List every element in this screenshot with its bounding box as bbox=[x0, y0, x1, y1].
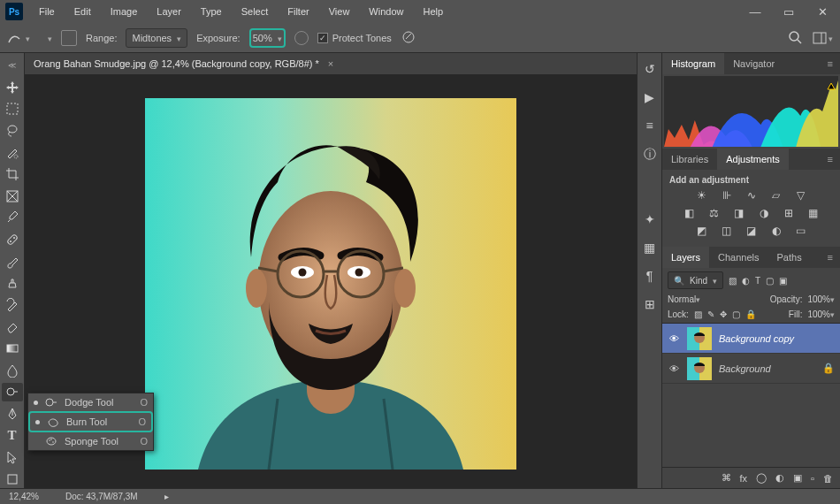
link-layers-icon[interactable]: ⌘ bbox=[722, 472, 731, 484]
window-maximize[interactable]: ▭ bbox=[776, 5, 801, 19]
new-fill-icon[interactable]: ◐ bbox=[775, 472, 784, 484]
lock-image-icon[interactable]: ✎ bbox=[707, 309, 714, 319]
adj-hue-icon[interactable]: ◧ bbox=[682, 206, 698, 220]
layer-filter-kind[interactable]: 🔍Kind bbox=[668, 271, 723, 289]
tab-channels[interactable]: Channels bbox=[709, 247, 767, 268]
menu-help[interactable]: Help bbox=[414, 3, 452, 20]
menu-file[interactable]: File bbox=[30, 3, 64, 20]
type-tool[interactable]: T bbox=[2, 426, 23, 445]
healing-tool[interactable] bbox=[2, 231, 23, 249]
doc-size[interactable]: Doc: 43,7M/87,3M bbox=[65, 492, 138, 501]
clone-source-icon[interactable]: ⊞ bbox=[645, 297, 655, 311]
move-tool[interactable] bbox=[2, 79, 23, 97]
crop-tool[interactable] bbox=[2, 165, 23, 184]
layer-mask-icon[interactable]: ◯ bbox=[756, 472, 767, 484]
exposure-dropdown[interactable]: 50% bbox=[249, 28, 286, 48]
flyout-burn-tool[interactable]: Burn ToolO bbox=[30, 413, 151, 431]
brushes-icon[interactable]: ✦ bbox=[645, 212, 655, 226]
lock-artboard-icon[interactable]: ▢ bbox=[732, 309, 740, 319]
adj-levels-icon[interactable]: ⊪ bbox=[719, 188, 735, 202]
layer-visibility-icon[interactable]: 👁 bbox=[668, 363, 680, 374]
layer-item-bg-copy[interactable]: 👁 Background copy bbox=[662, 324, 840, 354]
shape-tool[interactable] bbox=[2, 470, 23, 488]
layer-visibility-icon[interactable]: 👁 bbox=[668, 333, 680, 344]
tab-paths[interactable]: Paths bbox=[768, 247, 811, 268]
adj-exposure-icon[interactable]: ▱ bbox=[768, 188, 784, 202]
tab-navigator[interactable]: Navigator bbox=[724, 53, 783, 74]
filter-shape-icon[interactable]: ▢ bbox=[766, 276, 774, 286]
workspace-switcher[interactable] bbox=[813, 32, 833, 44]
range-dropdown[interactable]: Midtones bbox=[126, 28, 187, 48]
pen-tool[interactable] bbox=[2, 405, 23, 424]
layer-name[interactable]: Background copy bbox=[719, 333, 794, 344]
panel-menu-icon[interactable]: ≡ bbox=[821, 154, 840, 164]
layer-item-bg[interactable]: 👁 Background 🔒 bbox=[662, 354, 840, 384]
close-tab-icon[interactable]: × bbox=[328, 58, 333, 69]
actions-icon[interactable]: ▶ bbox=[645, 90, 654, 104]
clone-stamp-tool[interactable] bbox=[2, 274, 23, 293]
panel-menu-icon[interactable]: ≡ bbox=[821, 58, 840, 69]
tab-layers[interactable]: Layers bbox=[662, 247, 709, 268]
window-minimize[interactable]: — bbox=[743, 5, 767, 19]
search-icon[interactable] bbox=[788, 30, 802, 46]
menu-filter[interactable]: Filter bbox=[279, 3, 317, 20]
lock-position-icon[interactable]: ✥ bbox=[720, 309, 727, 319]
blend-mode-dropdown[interactable]: Normal bbox=[668, 294, 765, 304]
marquee-tool[interactable] bbox=[2, 100, 23, 118]
filter-type-icon[interactable]: T bbox=[755, 276, 760, 286]
new-group-icon[interactable]: ▣ bbox=[793, 472, 802, 484]
tab-libraries[interactable]: Libraries bbox=[662, 149, 717, 170]
tab-adjustments[interactable]: Adjustments bbox=[717, 149, 789, 170]
document-tab[interactable]: Orang Bahan Smudge.jpg @ 12,4% (Backgrou… bbox=[25, 53, 637, 74]
menu-view[interactable]: View bbox=[320, 3, 359, 20]
gradient-tool[interactable] bbox=[2, 340, 23, 358]
new-layer-icon[interactable]: ▫ bbox=[811, 473, 814, 484]
menu-edit[interactable]: Edit bbox=[65, 3, 100, 20]
fill-input[interactable]: 100% bbox=[807, 309, 835, 319]
zoom-level[interactable]: 12,42% bbox=[9, 492, 39, 501]
adj-balance-icon[interactable]: ⚖ bbox=[706, 206, 722, 220]
filter-pixel-icon[interactable]: ▧ bbox=[729, 276, 737, 286]
pressure-icon[interactable] bbox=[401, 29, 416, 47]
panel-menu-icon[interactable]: ≡ bbox=[821, 252, 840, 263]
filter-adjust-icon[interactable]: ◐ bbox=[742, 276, 750, 286]
lock-transparency-icon[interactable]: ▨ bbox=[694, 309, 702, 319]
brush-tool[interactable] bbox=[2, 252, 23, 271]
tab-histogram[interactable]: Histogram bbox=[662, 53, 724, 74]
opacity-input[interactable]: 100% bbox=[807, 294, 835, 304]
layer-style-icon[interactable]: fx bbox=[740, 473, 748, 484]
filter-smart-icon[interactable]: ▣ bbox=[779, 276, 787, 286]
adj-vibrance-icon[interactable]: ▽ bbox=[793, 188, 809, 202]
layer-name[interactable]: Background bbox=[719, 363, 771, 374]
adj-selective-icon[interactable]: ◐ bbox=[768, 224, 784, 238]
adj-bw-icon[interactable]: ◨ bbox=[731, 206, 747, 220]
delete-layer-icon[interactable]: 🗑 bbox=[823, 473, 833, 484]
tool-preset-picker[interactable] bbox=[7, 32, 30, 44]
protect-tones-checkbox[interactable]: ✓Protect Tones bbox=[317, 33, 392, 43]
adj-posterize-icon[interactable]: ◫ bbox=[719, 224, 735, 238]
lasso-tool[interactable] bbox=[2, 122, 23, 141]
brush-picker-chevron[interactable] bbox=[48, 33, 52, 43]
menu-select[interactable]: Select bbox=[233, 3, 278, 20]
menu-window[interactable]: Window bbox=[360, 3, 412, 20]
brush-panel-icon[interactable] bbox=[61, 30, 77, 46]
history-icon[interactable]: ↺ bbox=[645, 62, 655, 76]
info-icon[interactable]: ⓘ bbox=[644, 147, 656, 163]
adj-invert-icon[interactable]: ◩ bbox=[694, 224, 710, 238]
adj-gradient-map-icon[interactable]: ▭ bbox=[793, 224, 809, 238]
status-chevron-icon[interactable]: ▸ bbox=[164, 492, 169, 501]
paragraph-icon[interactable]: ¶ bbox=[646, 269, 653, 283]
menu-layer[interactable]: Layer bbox=[148, 3, 190, 20]
adj-lookup-icon[interactable]: ▦ bbox=[806, 206, 821, 220]
path-select-tool[interactable] bbox=[2, 448, 23, 467]
flyout-sponge-tool[interactable]: Sponge ToolO bbox=[28, 432, 153, 450]
history-brush-tool[interactable] bbox=[2, 296, 23, 315]
adj-brightness-icon[interactable]: ☀ bbox=[694, 188, 710, 202]
histogram[interactable] bbox=[664, 76, 838, 147]
menu-type[interactable]: Type bbox=[192, 3, 231, 20]
adj-curves-icon[interactable]: ∿ bbox=[744, 188, 760, 202]
quick-select-tool[interactable] bbox=[2, 143, 23, 162]
frame-tool[interactable] bbox=[2, 187, 23, 206]
airbrush-icon[interactable] bbox=[294, 31, 309, 45]
dodge-burn-tool[interactable] bbox=[2, 383, 23, 401]
